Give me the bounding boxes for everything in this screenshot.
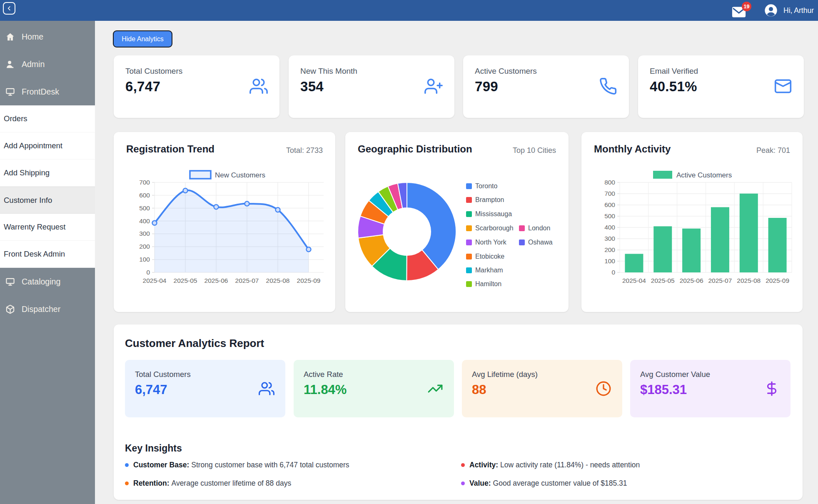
svg-text:2025-05: 2025-05	[174, 277, 197, 284]
svg-text:2025-06: 2025-06	[680, 277, 703, 284]
registration-trend-line-chart: 01002003004005006007002025-042025-052025…	[114, 161, 335, 299]
svg-text:400: 400	[139, 217, 150, 225]
user-plus-icon	[424, 77, 443, 95]
sidebar-item-dispatcher[interactable]: Dispatcher	[0, 295, 95, 323]
mini-card-label: Avg Lifetime (days)	[472, 370, 538, 379]
chart-title: Registration Trend	[126, 143, 214, 155]
svg-text:London: London	[528, 225, 550, 232]
stat-label: New This Month	[300, 67, 357, 76]
mail-button[interactable]: 19	[732, 6, 746, 18]
svg-text:2025-08: 2025-08	[266, 277, 290, 284]
sidebar: Home Admin FrontDesk Orders Add Appointm…	[0, 21, 95, 504]
svg-text:0: 0	[146, 269, 150, 276]
insight-text: Good average customer value of $185.31	[493, 479, 627, 488]
users-icon	[249, 77, 268, 95]
package-icon	[5, 304, 15, 314]
phone-icon	[599, 77, 617, 95]
mini-card-label: Active Rate	[304, 370, 343, 379]
mini-card-value: 11.84%	[304, 382, 347, 397]
stat-value: 799	[475, 79, 498, 95]
sidebar-item-orders[interactable]: Orders	[0, 105, 95, 132]
key-insights-title: Key Insights	[125, 443, 182, 454]
svg-text:Etobicoke: Etobicoke	[475, 253, 504, 260]
insight-label: Activity:	[469, 461, 498, 469]
key-insights-list: Customer Base: Strong customer base with…	[125, 459, 791, 489]
svg-text:600: 600	[139, 192, 150, 199]
sidebar-item-add-shipping[interactable]: Add Shipping	[0, 160, 95, 187]
sidebar-item-label: Add Shipping	[4, 168, 50, 177]
monthly-activity-card: Monthly Activity Peak: 701 0100200300400…	[581, 132, 803, 312]
mail-badge: 19	[742, 2, 751, 11]
stat-card-email-verified: Email Verified 40.51%	[638, 55, 804, 118]
svg-text:2025-09: 2025-09	[297, 277, 321, 284]
geographic-distribution-donut-chart: TorontoBramptonMississaugaScarboroughNor…	[345, 157, 569, 312]
insight-label: Value:	[469, 479, 491, 488]
geographic-distribution-card: Geographic Distribution Top 10 Cities To…	[345, 132, 569, 312]
stat-card-active-customers: Active Customers 799	[463, 55, 629, 118]
bullet-dot	[125, 463, 129, 467]
stat-label: Total Customers	[125, 67, 182, 76]
svg-text:New Customers: New Customers	[215, 171, 265, 179]
svg-text:0: 0	[611, 269, 615, 276]
insight-retention: Retention: Average customer lifetime of …	[125, 477, 461, 489]
report-card-active-rate: Active Rate 11.84%	[294, 360, 454, 417]
hide-analytics-button[interactable]: Hide Analytics	[113, 30, 172, 47]
chevron-left-icon	[6, 5, 12, 11]
svg-text:500: 500	[604, 212, 615, 220]
sidebar-item-warrenty-request[interactable]: Warrenty Request	[0, 214, 95, 241]
report-card-total-customers: Total Customers 6,747	[125, 360, 285, 417]
mini-card-value: 88	[472, 382, 486, 397]
insight-text: Strong customer base with 6,747 total cu…	[191, 461, 349, 469]
svg-text:2025-06: 2025-06	[204, 277, 228, 284]
customer-analytics-report-card: Customer Analytics Report Total Customer…	[114, 324, 803, 500]
insight-label: Retention:	[133, 479, 170, 488]
sidebar-item-cataloging[interactable]: Cataloging	[0, 268, 95, 295]
sidebar-item-home[interactable]: Home	[0, 23, 95, 50]
sidebar-item-label: Add Appointment	[4, 141, 62, 150]
insight-activity: Activity: Low activity rate (11.84%) - n…	[461, 459, 791, 471]
bullet-dot	[461, 463, 465, 467]
svg-text:2025-09: 2025-09	[766, 277, 789, 284]
greeting-text: Hi, Arthur	[783, 6, 814, 15]
monitor-icon	[5, 87, 15, 97]
mini-card-label: Total Customers	[135, 370, 191, 379]
sidebar-item-label: Customer Info	[4, 196, 52, 205]
svg-text:300: 300	[604, 235, 615, 242]
svg-text:Scarborough: Scarborough	[475, 225, 514, 232]
user-avatar-icon[interactable]	[764, 4, 778, 17]
insight-customer-base: Customer Base: Strong customer base with…	[125, 459, 461, 471]
sidebar-item-label: Cataloging	[22, 277, 60, 287]
sidebar-item-label: Front Desk Admin	[4, 250, 65, 259]
svg-text:Oshawa: Oshawa	[528, 239, 553, 246]
chart-title: Geographic Distribution	[358, 143, 472, 155]
stat-label: Active Customers	[475, 67, 537, 76]
svg-text:North York: North York	[475, 239, 507, 246]
sidebar-item-front-desk-admin[interactable]: Front Desk Admin	[0, 241, 95, 268]
svg-text:800: 800	[604, 179, 615, 186]
mini-card-value: $185.31	[640, 382, 687, 397]
chart-total-badge: Total: 2733	[286, 146, 323, 155]
sidebar-item-customer-info[interactable]: Customer Info	[0, 187, 95, 214]
svg-text:Toronto: Toronto	[475, 182, 497, 190]
mini-card-label: Avg Customer Value	[640, 370, 710, 379]
clock-icon	[596, 381, 611, 397]
insight-text: Low activity rate (11.84%) - needs atten…	[500, 461, 640, 469]
sidebar-item-add-appointment[interactable]: Add Appointment	[0, 132, 95, 160]
stat-value: 354	[300, 79, 324, 95]
svg-text:2025-07: 2025-07	[235, 277, 259, 284]
mail-icon	[774, 77, 792, 95]
svg-text:Markham: Markham	[475, 267, 503, 274]
sidebar-item-admin[interactable]: Admin	[0, 50, 95, 78]
stat-label: Email Verified	[650, 67, 698, 76]
insight-value: Value: Good average customer value of $1…	[461, 477, 791, 489]
svg-text:2025-05: 2025-05	[651, 277, 675, 284]
svg-text:200: 200	[604, 246, 615, 253]
sidebar-collapse-button[interactable]	[3, 2, 15, 15]
svg-text:300: 300	[139, 230, 150, 237]
sidebar-secondary-nav: Cataloging Dispatcher	[0, 268, 95, 323]
svg-text:Brampton: Brampton	[475, 196, 504, 203]
sidebar-item-frontdesk[interactable]: FrontDesk	[0, 78, 95, 105]
report-card-avg-lifetime: Avg Lifetime (days) 88	[462, 360, 622, 417]
insight-label: Customer Base:	[133, 461, 189, 469]
bullet-dot	[125, 482, 129, 485]
